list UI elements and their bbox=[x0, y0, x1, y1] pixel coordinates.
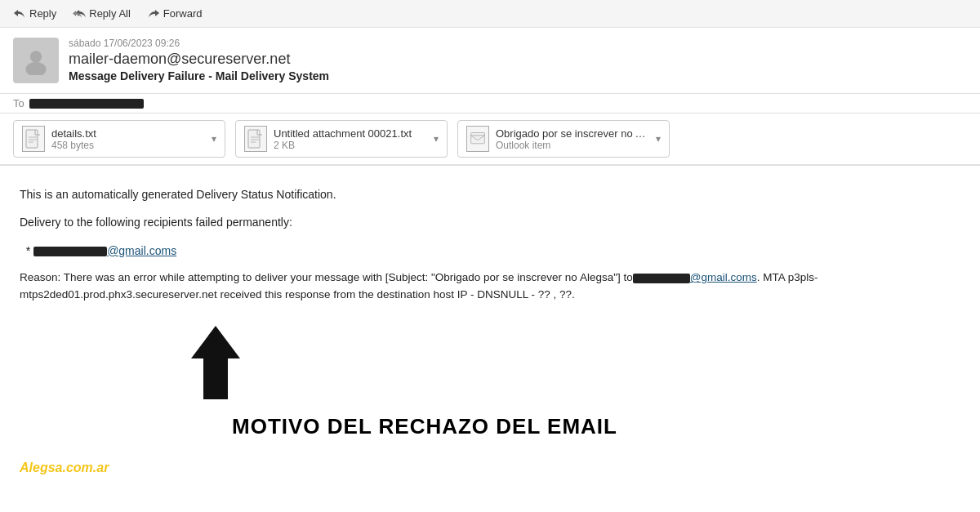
body-line1: This is an automatically generated Deliv… bbox=[20, 185, 960, 203]
reason-redacted bbox=[633, 274, 690, 283]
svg-rect-2 bbox=[26, 130, 38, 148]
attachment-icon-2 bbox=[244, 126, 267, 152]
svg-point-0 bbox=[30, 51, 42, 62]
avatar bbox=[13, 38, 59, 83]
forward-icon bbox=[147, 7, 160, 20]
svg-marker-12 bbox=[191, 326, 240, 399]
reply-all-label: Reply All bbox=[89, 7, 131, 20]
branding: Alegsa.com.ar bbox=[0, 457, 980, 485]
email-from: mailer-daemon@secureserver.net bbox=[69, 51, 967, 68]
svg-point-1 bbox=[25, 62, 46, 75]
reply-all-icon bbox=[73, 7, 86, 20]
email-to-row: To bbox=[0, 94, 980, 114]
recipient-redacted bbox=[33, 247, 107, 256]
email-header: sábado 17/06/2023 09:26 mailer-daemon@se… bbox=[0, 28, 980, 94]
annotation-container: MOTIVO DEL RECHAZO DEL EMAIL bbox=[20, 314, 960, 444]
attachment-icon-1 bbox=[22, 126, 45, 152]
attachment-1-name: details.txt bbox=[51, 127, 205, 140]
reply-button[interactable]: Reply bbox=[7, 5, 63, 23]
to-label: To bbox=[13, 97, 24, 109]
attachment-2-name: Untitled attachment 00021.txt bbox=[274, 127, 427, 140]
svg-rect-6 bbox=[248, 130, 260, 148]
reason-text: Reason: There was an error while attempt… bbox=[20, 269, 960, 304]
attachment-3-size: Outlook item bbox=[496, 140, 649, 151]
email-subject: Message Delivery Failure - Mail Delivery… bbox=[69, 69, 967, 82]
attachment-icon-3 bbox=[466, 126, 489, 152]
attachment-1-size: 458 bytes bbox=[51, 140, 205, 151]
reply-all-button[interactable]: Reply All bbox=[66, 5, 137, 23]
to-address-redacted bbox=[29, 99, 144, 109]
up-arrow-icon bbox=[183, 322, 248, 403]
chevron-down-icon-1[interactable]: ▾ bbox=[212, 133, 216, 145]
body-line2: Delivery to the following recipients fai… bbox=[20, 213, 960, 231]
forward-button[interactable]: Forward bbox=[140, 5, 209, 23]
recipient-link[interactable]: @gmail.coms bbox=[107, 244, 176, 257]
email-body: This is an automatically generated Deliv… bbox=[0, 166, 980, 457]
attachment-3[interactable]: Obrigado por se inscrever no Alegsa (1,7… bbox=[457, 120, 670, 158]
branding-text: Alegsa.com.ar bbox=[20, 461, 109, 474]
reply-icon bbox=[13, 7, 26, 20]
reply-label: Reply bbox=[29, 7, 56, 20]
header-meta: sábado 17/06/2023 09:26 mailer-daemon@se… bbox=[69, 38, 967, 83]
chevron-down-icon-2[interactable]: ▾ bbox=[434, 133, 439, 145]
toolbar: Reply Reply All Forward bbox=[0, 0, 980, 28]
attachment-3-text: Obrigado por se inscrever no Alegsa (1,7… bbox=[496, 127, 649, 151]
attachment-2-text: Untitled attachment 00021.txt 2 KB bbox=[274, 127, 427, 151]
reason-link[interactable]: @gmail.coms bbox=[690, 271, 757, 283]
svg-rect-10 bbox=[471, 133, 485, 144]
annotation-title: MOTIVO DEL RECHAZO DEL EMAIL bbox=[183, 410, 617, 444]
forward-label: Forward bbox=[163, 7, 203, 20]
attachment-3-name: Obrigado por se inscrever no Alegsa (1,7… bbox=[496, 127, 649, 140]
attachment-1[interactable]: details.txt 458 bytes ▾ bbox=[13, 120, 225, 158]
attachment-1-text: details.txt 458 bytes bbox=[51, 127, 205, 151]
attachment-2-size: 2 KB bbox=[274, 140, 427, 151]
chevron-down-icon-3[interactable]: ▾ bbox=[656, 133, 661, 145]
failed-recipient: * @gmail.coms bbox=[20, 242, 960, 260]
email-date: sábado 17/06/2023 09:26 bbox=[69, 38, 967, 49]
attachment-2[interactable]: Untitled attachment 00021.txt 2 KB ▾ bbox=[235, 120, 448, 158]
attachments-row: details.txt 458 bytes ▾ Untitled attachm… bbox=[0, 114, 980, 166]
